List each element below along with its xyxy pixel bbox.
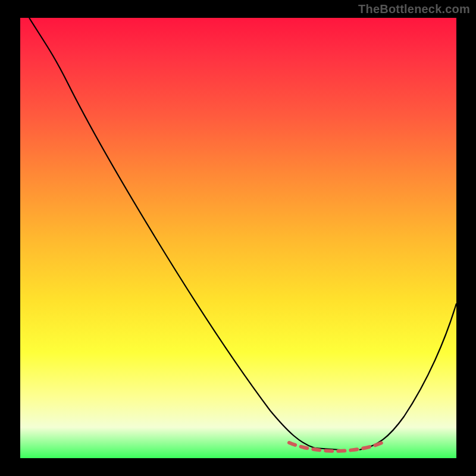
bottleneck-curve-left [29, 18, 340, 450]
chart-frame: TheBottleneck.com [0, 0, 476, 476]
bottleneck-curve-right [359, 303, 456, 450]
plot-area [20, 18, 456, 458]
watermark-text: TheBottleneck.com [358, 2, 470, 16]
curve-layer [20, 18, 456, 458]
